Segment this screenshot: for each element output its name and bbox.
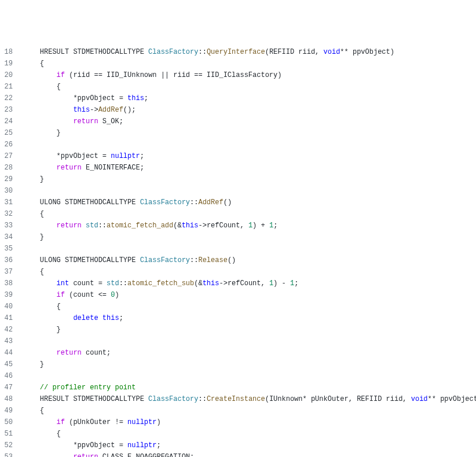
code-line[interactable]: 42 } — [0, 324, 476, 336]
code-token: AddRef — [198, 198, 223, 207]
code-content[interactable]: int count = std::atomic_fetch_sub(&this-… — [23, 278, 476, 289]
code-content[interactable]: HRESULT STDMETHODCALLTYPE ClassFactory::… — [23, 393, 476, 405]
code-line[interactable]: 36 ULONG STDMETHODCALLTYPE ClassFactory:… — [0, 255, 476, 266]
code-editor[interactable]: 18 HRESULT STDMETHODCALLTYPE ClassFactor… — [0, 46, 476, 457]
code-token: { — [40, 407, 44, 415]
line-number: 26 — [0, 139, 23, 150]
code-token: nullptr — [111, 152, 140, 160]
code-content[interactable]: ULONG STDMETHODCALLTYPE ClassFactory::Ad… — [23, 197, 476, 208]
code-line[interactable]: 50 if (pUnkOuter != nullptr) — [0, 417, 476, 428]
code-token: QueryInterface — [207, 48, 265, 56]
code-line[interactable]: 46 — [0, 370, 476, 382]
code-line[interactable]: 25 } — [0, 127, 476, 139]
code-line[interactable]: 40 { — [0, 301, 476, 312]
line-number: 47 — [0, 382, 23, 393]
code-token: ) — [156, 418, 160, 426]
code-line[interactable]: 24 return S_OK; — [0, 116, 476, 127]
code-line[interactable]: 44 return count; — [0, 347, 476, 359]
code-content[interactable]: *ppvObject = this; — [23, 93, 476, 104]
code-line[interactable]: 19 { — [0, 58, 476, 69]
code-content[interactable]: } — [23, 174, 476, 185]
code-token: delete — [73, 314, 98, 322]
code-content[interactable]: // profiler entry point — [23, 382, 476, 393]
code-line[interactable]: 26 — [0, 139, 476, 150]
code-line[interactable]: 35 — [0, 243, 476, 255]
code-token: ; — [294, 279, 298, 288]
code-token: :: — [198, 395, 206, 403]
code-content[interactable]: return count; — [23, 347, 476, 359]
code-token: count; — [82, 349, 111, 357]
code-content[interactable]: HRESULT STDMETHODCALLTYPE ClassFactory::… — [23, 46, 476, 58]
code-line[interactable]: 27 *ppvObject = nullptr; — [0, 150, 476, 162]
code-token: (riid == IID_IUnknown || riid == IID_ICl… — [65, 71, 281, 79]
code-token: return — [73, 453, 98, 457]
code-content[interactable]: { — [23, 405, 476, 417]
code-line[interactable]: 20 if (riid == IID_IUnknown || riid == I… — [0, 69, 476, 81]
code-line[interactable]: 38 int count = std::atomic_fetch_sub(&th… — [0, 278, 476, 289]
code-token: ; — [273, 222, 277, 230]
code-token: nullptr — [127, 441, 156, 449]
code-token: ->refCount, — [219, 279, 269, 288]
code-content[interactable]: return std::atomic_fetch_add(&this->refC… — [23, 220, 476, 231]
code-line[interactable]: 32 { — [0, 208, 476, 220]
code-content[interactable]: return CLASS_E_NOAGGREGATION; — [23, 451, 476, 457]
code-token: -> — [90, 106, 98, 114]
code-content[interactable]: { — [23, 266, 476, 278]
code-content[interactable]: return S_OK; — [23, 116, 476, 127]
code-line[interactable]: 21 { — [0, 81, 476, 93]
code-line[interactable]: 49 { — [0, 405, 476, 417]
code-content[interactable]: *ppvObject = nullptr; — [23, 440, 476, 451]
code-content[interactable]: { — [23, 428, 476, 440]
code-content[interactable]: delete this; — [23, 312, 476, 324]
code-content[interactable]: if (pUnkOuter != nullptr) — [23, 417, 476, 428]
code-token: void — [411, 395, 428, 403]
code-line[interactable]: 34 } — [0, 231, 476, 243]
code-line[interactable]: 29 } — [0, 174, 476, 185]
code-token: // profiler entry point — [40, 384, 136, 392]
code-content[interactable]: } — [23, 231, 476, 243]
code-content[interactable]: return E_NOINTERFACE; — [23, 162, 476, 174]
code-token — [82, 222, 86, 230]
code-line[interactable]: 31 ULONG STDMETHODCALLTYPE ClassFactory:… — [0, 197, 476, 208]
code-token: :: — [190, 256, 198, 264]
code-line[interactable]: 48 HRESULT STDMETHODCALLTYPE ClassFactor… — [0, 393, 476, 405]
code-line[interactable]: 30 — [0, 185, 476, 197]
code-content[interactable]: { — [23, 208, 476, 220]
code-line[interactable]: 53 return CLASS_E_NOAGGREGATION; — [0, 451, 476, 457]
code-line[interactable]: 28 return E_NOINTERFACE; — [0, 162, 476, 174]
code-line[interactable]: 39 if (count <= 0) — [0, 289, 476, 301]
code-token: ClassFactory — [148, 48, 198, 56]
code-content[interactable]: { — [23, 81, 476, 93]
code-line[interactable]: 18 HRESULT STDMETHODCALLTYPE ClassFactor… — [0, 46, 476, 58]
line-number: 49 — [0, 405, 23, 417]
code-line[interactable]: 47 // profiler entry point — [0, 382, 476, 393]
code-line[interactable]: 23 this->AddRef(); — [0, 104, 476, 116]
code-content[interactable]: } — [23, 359, 476, 370]
code-token: (& — [173, 222, 181, 230]
code-token: *ppvObject = — [57, 152, 111, 160]
code-line[interactable]: 37 { — [0, 266, 476, 278]
code-line[interactable]: 41 delete this; — [0, 312, 476, 324]
code-content[interactable]: this->AddRef(); — [23, 104, 476, 116]
code-token: { — [57, 303, 61, 311]
code-content[interactable]: } — [23, 127, 476, 139]
code-content[interactable]: ULONG STDMETHODCALLTYPE ClassFactory::Re… — [23, 255, 476, 266]
line-number: 18 — [0, 46, 23, 58]
code-content[interactable]: *ppvObject = nullptr; — [23, 150, 476, 162]
code-content[interactable]: { — [23, 58, 476, 69]
line-number: 24 — [0, 116, 23, 127]
code-line[interactable]: 43 — [0, 336, 476, 347]
code-content[interactable]: } — [23, 324, 476, 336]
code-content[interactable]: if (count <= 0) — [23, 289, 476, 301]
code-token: if — [57, 71, 65, 79]
code-content[interactable]: if (riid == IID_IUnknown || riid == IID_… — [23, 69, 476, 81]
code-line[interactable]: 52 *ppvObject = nullptr; — [0, 440, 476, 451]
code-content[interactable]: { — [23, 301, 476, 312]
line-number: 19 — [0, 58, 23, 69]
code-line[interactable]: 45 } — [0, 359, 476, 370]
line-number: 42 — [0, 324, 23, 336]
code-token: (pUnkOuter != — [65, 418, 127, 426]
code-line[interactable]: 51 { — [0, 428, 476, 440]
code-line[interactable]: 22 *ppvObject = this; — [0, 93, 476, 104]
code-line[interactable]: 33 return std::atomic_fetch_add(&this->r… — [0, 220, 476, 231]
